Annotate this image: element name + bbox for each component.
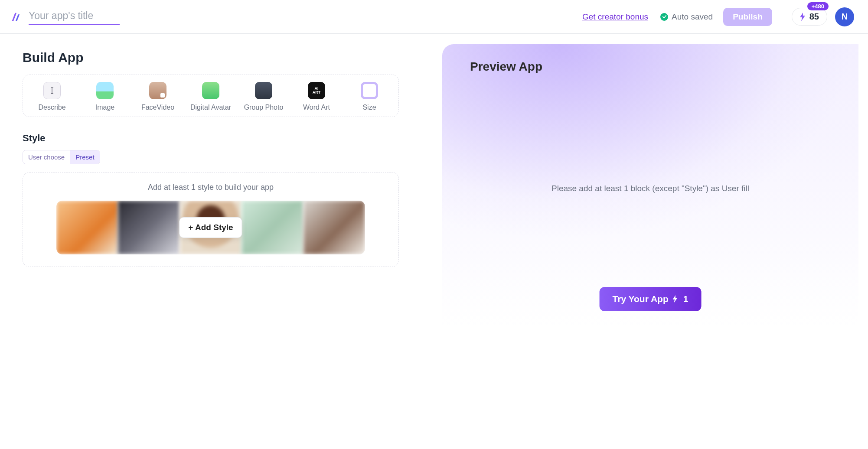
autosave-status: Auto saved <box>660 12 713 22</box>
block-label: Digital Avatar <box>190 104 231 111</box>
preview-hint: Please add at least 1 block (except "Sty… <box>442 184 858 193</box>
build-panel: Build App Describe Image FaceVideo Digit… <box>0 34 442 449</box>
image-icon <box>96 82 114 99</box>
block-size[interactable]: Size <box>343 82 396 111</box>
try-label: Try Your App <box>613 294 669 304</box>
divider <box>782 10 782 24</box>
try-cost: 1 <box>683 294 689 304</box>
block-label: FaceVideo <box>141 104 174 111</box>
style-thumbnails: + Add Style <box>56 201 365 254</box>
block-digital-avatar[interactable]: Digital Avatar <box>184 82 237 111</box>
build-title: Build App <box>23 50 420 65</box>
bolt-icon <box>673 295 679 303</box>
preview-title: Preview App <box>470 60 843 74</box>
block-picker: Describe Image FaceVideo Digital Avatar … <box>23 75 399 117</box>
credits-value: 85 <box>809 12 819 22</box>
app-header: Get creator bonus Auto saved Publish 85 … <box>0 0 868 34</box>
autosave-label: Auto saved <box>672 12 713 22</box>
credits-pill[interactable]: 85 +480 <box>792 8 827 26</box>
block-label: Image <box>95 104 114 111</box>
publish-button[interactable]: Publish <box>723 8 772 26</box>
block-word-art[interactable]: AIART Word Art <box>290 82 343 111</box>
describe-icon <box>43 82 61 99</box>
try-your-app-button[interactable]: Try Your App 1 <box>600 287 702 311</box>
block-label: Size <box>362 104 376 111</box>
avatar-icon <box>202 82 219 99</box>
creator-bonus-link[interactable]: Get creator bonus <box>582 12 648 22</box>
block-group-photo[interactable]: Group Photo <box>237 82 290 111</box>
seg-preset[interactable]: Preset <box>70 150 99 164</box>
style-thumb <box>303 201 365 254</box>
app-title-input[interactable] <box>29 8 120 25</box>
block-label: Group Photo <box>244 104 284 111</box>
style-thumb <box>241 201 303 254</box>
preview-panel: Preview App Please add at least 1 block … <box>442 44 858 449</box>
block-facevideo[interactable]: FaceVideo <box>131 82 184 111</box>
block-label: Describe <box>38 104 65 111</box>
group-photo-icon <box>255 82 272 99</box>
credits-bonus-badge: +480 <box>807 2 829 10</box>
style-thumb <box>56 201 118 254</box>
main: Build App Describe Image FaceVideo Digit… <box>0 34 868 449</box>
style-hint: Add at least 1 style to build your app <box>32 183 390 192</box>
block-label: Word Art <box>303 104 330 111</box>
style-thumb <box>118 201 179 254</box>
seg-user-choose[interactable]: User choose <box>23 150 70 164</box>
facevideo-icon <box>149 82 166 99</box>
check-circle-icon <box>660 13 668 21</box>
style-heading: Style <box>23 133 420 144</box>
style-mode-segment: User choose Preset <box>23 150 100 164</box>
logo-icon <box>10 10 23 23</box>
add-style-button[interactable]: + Add Style <box>179 217 242 238</box>
preview-column: Preview App Please add at least 1 block … <box>442 34 868 449</box>
size-icon <box>361 82 378 99</box>
word-art-icon: AIART <box>308 82 325 99</box>
style-card: Add at least 1 style to build your app +… <box>23 172 399 267</box>
block-describe[interactable]: Describe <box>26 82 78 111</box>
block-image[interactable]: Image <box>78 82 131 111</box>
avatar[interactable]: N <box>835 7 854 26</box>
bolt-icon <box>800 13 807 21</box>
